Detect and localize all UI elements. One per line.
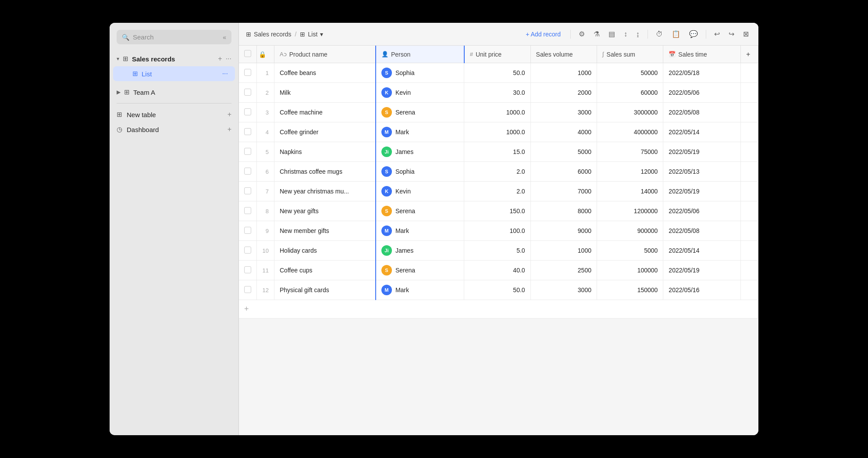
sales-sum-cell[interactable]: 900000 [597,221,663,241]
table-row[interactable]: 4 Coffee grinder M Mark 1000.0 4000 4000… [239,122,758,142]
row-checkbox[interactable] [244,168,251,175]
table-row[interactable]: 1 Coffee beans S Sophia 50.0 1000 50000 … [239,63,758,83]
unit-price-cell[interactable]: 150.0 [464,201,530,221]
product-name-cell[interactable]: Physical gift cards [274,280,376,300]
add-record-button[interactable]: + Add record [521,28,565,40]
person-cell[interactable]: M Mark [376,221,464,241]
product-name-cell[interactable]: Holiday cards [274,241,376,261]
sales-time-cell[interactable]: 2022/05/14 [663,241,741,261]
undo-button[interactable]: ↩ [711,27,722,41]
row-checkbox[interactable] [244,247,251,254]
row-checkbox[interactable] [244,148,251,155]
row-checkbox-cell[interactable] [239,261,257,280]
sales-sum-cell[interactable]: 12000 [597,162,663,182]
sales-time-cell[interactable]: 2022/05/06 [663,201,741,221]
sales-volume-cell[interactable]: 1000 [530,63,597,83]
product-name-cell[interactable]: New year gifts [274,201,376,221]
notes-button[interactable]: 📋 [669,27,683,41]
table-row[interactable]: 8 New year gifts S Serena 150.0 8000 120… [239,201,758,221]
sales-sum-cell[interactable]: 100000 [597,261,663,280]
sidebar-item-new-table[interactable]: ⊞ New table + [110,107,238,122]
th-sales-time[interactable]: 📅 Sales time [663,46,741,63]
row-checkbox[interactable] [244,89,251,96]
unit-price-cell[interactable]: 50.0 [464,63,530,83]
sales-time-cell[interactable]: 2022/05/18 [663,63,741,83]
person-cell[interactable]: S Serena [376,261,464,280]
sales-sum-cell[interactable]: 5000 [597,241,663,261]
unit-price-cell[interactable]: 100.0 [464,221,530,241]
sales-volume-cell[interactable]: 4000 [530,122,597,142]
unit-price-cell[interactable]: 2.0 [464,162,530,182]
header-checkbox[interactable] [244,50,251,57]
settings-button[interactable]: ⚙ [576,27,587,41]
product-name-cell[interactable]: Christmas coffee mugs [274,162,376,182]
table-row[interactable]: 10 Holiday cards Ji James 5.0 1000 5000 … [239,241,758,261]
unit-price-cell[interactable]: 1000.0 [464,103,530,122]
person-cell[interactable]: Ji James [376,241,464,261]
collapse-button[interactable]: « [223,34,226,41]
sales-volume-cell[interactable]: 2000 [530,83,597,103]
sidebar-item-list-view[interactable]: ⊞ List ··· [113,66,235,81]
sidebar-item-dashboard[interactable]: ◷ Dashboard + [110,122,238,137]
table-row[interactable]: 2 Milk K Kevin 30.0 2000 60000 2022/05/0… [239,83,758,103]
sales-time-cell[interactable]: 2022/05/08 [663,221,741,241]
row-checkbox[interactable] [244,69,251,76]
sales-time-cell[interactable]: 2022/05/19 [663,261,741,280]
table-row[interactable]: 3 Coffee machine S Serena 1000.0 3000 30… [239,103,758,122]
th-add-column[interactable]: + [741,46,758,63]
product-name-cell[interactable]: Milk [274,83,376,103]
product-name-cell[interactable]: Coffee machine [274,103,376,122]
add-row[interactable]: + [239,300,758,318]
sidebar-item-sales-records[interactable]: ▾ ⊞ Sales records + ··· [110,51,238,66]
sales-sum-cell[interactable]: 14000 [597,182,663,201]
th-checkbox[interactable] [239,46,257,63]
product-name-cell[interactable]: New year christmas mu... [274,182,376,201]
row-checkbox-cell[interactable] [239,63,257,83]
sales-time-cell[interactable]: 2022/05/19 [663,142,741,162]
row-checkbox[interactable] [244,207,251,214]
unit-price-cell[interactable]: 40.0 [464,261,530,280]
row-checkbox-cell[interactable] [239,201,257,221]
table-row[interactable]: 9 New member gifts M Mark 100.0 9000 900… [239,221,758,241]
person-cell[interactable]: S Serena [376,103,464,122]
person-cell[interactable]: S Sophia [376,63,464,83]
product-name-cell[interactable]: Napkins [274,142,376,162]
person-cell[interactable]: K Kevin [376,182,464,201]
row-checkbox-cell[interactable] [239,221,257,241]
sales-sum-cell[interactable]: 150000 [597,280,663,300]
row-checkbox-cell[interactable] [239,182,257,201]
row-checkbox-cell[interactable] [239,280,257,300]
sales-volume-cell[interactable]: 5000 [530,142,597,162]
th-sales-sum[interactable]: ∫ Sales sum [597,46,663,63]
sales-time-cell[interactable]: 2022/05/19 [663,182,741,201]
row-checkbox[interactable] [244,227,251,234]
product-name-cell[interactable]: New member gifts [274,221,376,241]
row-checkbox-cell[interactable] [239,83,257,103]
unit-price-cell[interactable]: 50.0 [464,280,530,300]
breadcrumb-table[interactable]: ⊞ Sales records [246,31,292,38]
th-product-name[interactable]: Aↄ Product name [274,46,376,63]
row-checkbox[interactable] [244,108,251,115]
product-name-cell[interactable]: Coffee beans [274,63,376,83]
search-bar[interactable]: 🔍 Search « [117,30,231,44]
sales-sum-cell[interactable]: 60000 [597,83,663,103]
row-checkbox[interactable] [244,187,251,194]
sales-volume-cell[interactable]: 2500 [530,261,597,280]
sales-sum-cell[interactable]: 1200000 [597,201,663,221]
sales-volume-cell[interactable]: 1000 [530,241,597,261]
search-records-button[interactable]: ⊠ [740,27,751,41]
row-checkbox-cell[interactable] [239,122,257,142]
sales-time-cell[interactable]: 2022/05/13 [663,162,741,182]
unit-price-cell[interactable]: 2.0 [464,182,530,201]
unit-price-cell[interactable]: 1000.0 [464,122,530,142]
sales-volume-cell[interactable]: 3000 [530,280,597,300]
person-cell[interactable]: M Mark [376,280,464,300]
sales-volume-cell[interactable]: 8000 [530,201,597,221]
sidebar-item-team-a[interactable]: ▶ ⊞ Team A [110,85,238,100]
unit-price-cell[interactable]: 30.0 [464,83,530,103]
person-cell[interactable]: K Kevin [376,83,464,103]
fields-button[interactable]: ▤ [606,27,618,41]
product-name-cell[interactable]: Coffee cups [274,261,376,280]
list-view-more-button[interactable]: ··· [222,70,228,78]
breadcrumb-view[interactable]: ⊞ List ▾ [300,31,323,38]
